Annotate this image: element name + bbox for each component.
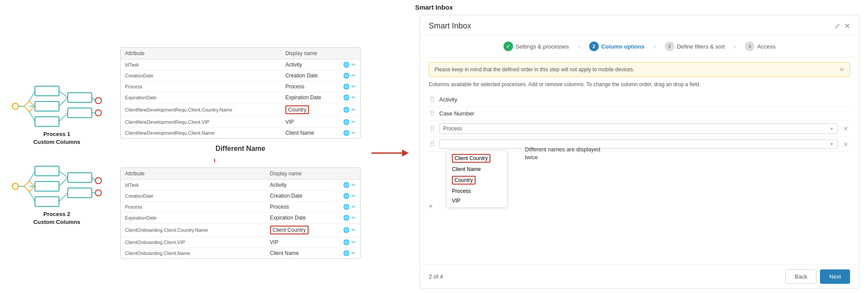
table2-display-6: Client Name🌐✏: [266, 248, 360, 258]
table2-attr-6: ClientOnboarding.Client.Name: [121, 248, 266, 258]
table2-icons-0[interactable]: 🌐✏: [343, 182, 356, 188]
svg-rect-0: [35, 86, 59, 96]
warning-close[interactable]: ✕: [839, 66, 844, 73]
remove-process[interactable]: ✕: [841, 125, 850, 132]
table2-icons-3[interactable]: 🌐✏: [343, 215, 356, 221]
globe-icon: 🌐: [343, 182, 350, 188]
dropdown-option-client-name[interactable]: Client Name: [447, 164, 507, 174]
dropdown-popup: Client Country Client Name Country Proce…: [446, 150, 507, 208]
edit-icon: ✏: [351, 215, 356, 221]
svg-rect-20: [35, 181, 59, 191]
edit-icon: ✏: [351, 73, 356, 79]
table1-row: ClientNewDevelopmentRequ.Client.VIPVIP🌐✏: [121, 116, 360, 127]
dropdown-option-client-country[interactable]: Client Country: [447, 152, 507, 164]
process2-label: Process 2 Custom Columns: [33, 210, 80, 226]
expand-icon[interactable]: ⤢: [834, 22, 840, 30]
add-column-icon[interactable]: +: [429, 202, 433, 210]
process-dropdown-value: Process: [443, 126, 462, 132]
edit-icon: ✏: [351, 130, 356, 136]
table1-icons-3[interactable]: 🌐✏: [343, 94, 356, 101]
table1-attr-4: ClientNewDevelopmentRequ.Client.Country.…: [121, 103, 281, 116]
table1-display-0: Activity🌐✏: [281, 59, 360, 70]
table2-icons-2[interactable]: 🌐✏: [343, 204, 356, 210]
dropdown-option-vip[interactable]: VIP: [447, 196, 507, 206]
table2-attr-1: CreationDate: [121, 190, 266, 201]
step-filters[interactable]: 3 Define filters & sort: [665, 42, 725, 51]
table1-row: ProcessProcess🌐✏: [121, 81, 360, 92]
table2-icons-5[interactable]: 🌐✏: [343, 239, 356, 245]
table2-icons-1[interactable]: 🌐✏: [343, 193, 356, 199]
table2-row: ExpirationDateExpiration Date🌐✏: [121, 212, 360, 223]
table1-display-6: Client Name🌐✏: [281, 127, 360, 138]
process-dropdown[interactable]: Process ▼: [439, 123, 838, 134]
table2-row: ClientOnboarding.Client.NameClient Name🌐…: [121, 248, 360, 258]
panel-title: Smart Inbox: [429, 21, 471, 31]
panel-body: Please keep in mind that the defined ord…: [420, 58, 859, 265]
edit-icon: ✏: [351, 250, 356, 256]
step2-label: Column options: [601, 43, 645, 50]
drag-handle-empty[interactable]: ⠿: [429, 140, 436, 148]
globe-icon: 🌐: [343, 107, 350, 113]
table1-icons-4[interactable]: 🌐✏: [343, 107, 356, 113]
different-name-label: Different Name: [120, 145, 361, 153]
step-settings[interactable]: ✓ Settings & processes: [503, 42, 569, 51]
table2-row: IdTaskActivity🌐✏: [121, 179, 360, 190]
table1-row: IdTaskActivity🌐✏: [121, 59, 360, 70]
table2-icons-4[interactable]: 🌐✏: [343, 227, 356, 233]
table1-attr-5: ClientNewDevelopmentRequ.Client.VIP: [121, 116, 281, 127]
table1-col1-header: Attribute: [121, 48, 281, 59]
remove-empty[interactable]: ✕: [841, 141, 850, 148]
table1-icons-5[interactable]: 🌐✏: [343, 119, 356, 125]
close-icon[interactable]: ✕: [844, 22, 850, 30]
table2-display-1: Creation Date🌐✏: [266, 190, 360, 201]
table1-display-5: VIP🌐✏: [281, 116, 360, 127]
svg-line-33: [92, 178, 95, 181]
table1-attr-0: IdTask: [121, 59, 281, 70]
svg-line-31: [59, 178, 68, 186]
empty-dropdown[interactable]: ▼: [439, 140, 838, 149]
step-access[interactable]: 4 Access: [745, 42, 775, 51]
globe-icon: 🌐: [343, 119, 350, 125]
process2-svg: [11, 160, 103, 208]
step-columns[interactable]: 2 Column options: [589, 42, 645, 51]
panel-header: Smart Inbox ⤢ ✕: [420, 15, 859, 35]
table2-attr-2: Process: [121, 201, 266, 212]
table1: Attribute Display name IdTaskActivity🌐✏C…: [121, 48, 360, 138]
dropdown-arrow-empty: ▼: [830, 142, 834, 146]
edit-icon: ✏: [351, 94, 356, 101]
next-button[interactable]: Next: [820, 269, 850, 284]
table1-icons-0[interactable]: 🌐✏: [343, 62, 356, 68]
svg-line-30: [59, 171, 68, 178]
svg-point-7: [95, 98, 101, 104]
table2-attr-4: ClientOnboarding.Client.Country.Name: [121, 223, 266, 237]
step4-circle: 4: [745, 42, 754, 51]
dropdown-option-country[interactable]: Country: [447, 174, 507, 186]
table2-icons-6[interactable]: 🌐✏: [343, 250, 356, 256]
table1-icons-1[interactable]: 🌐✏: [343, 73, 356, 79]
svg-line-14: [92, 98, 95, 101]
table2-row: CreationDateCreation Date🌐✏: [121, 190, 360, 201]
svg-rect-19: [35, 166, 59, 176]
drag-handle-activity[interactable]: ⠿: [429, 95, 436, 104]
wizard-steps: ✓ Settings & processes › 2 Column option…: [420, 35, 859, 58]
table1-icons-2[interactable]: 🌐✏: [343, 84, 356, 90]
svg-marker-39: [402, 150, 409, 157]
drag-handle-casenumber[interactable]: ⠿: [429, 109, 436, 118]
table1-row: ClientNewDevelopmentRequ.Client.Country.…: [121, 103, 360, 116]
arrow-section: [367, 13, 411, 293]
table1-col2-header: Display name: [281, 48, 360, 59]
drag-handle-process[interactable]: ⠿: [429, 125, 436, 133]
globe-icon: 🌐: [343, 73, 350, 79]
process1-label: Process 1 Custom Columns: [33, 130, 80, 146]
back-button[interactable]: Back: [785, 269, 816, 284]
table1-icons-6[interactable]: 🌐✏: [343, 130, 356, 136]
table1-row: ExpirationDateExpiration Date🌐✏: [121, 92, 360, 103]
col-activity: ⠿ Activity: [429, 93, 850, 107]
svg-line-36: [29, 192, 35, 202]
svg-point-8: [95, 110, 101, 116]
svg-line-11: [59, 91, 68, 98]
dropdown-option-process[interactable]: Process: [447, 186, 507, 196]
table2-attr-3: ExpirationDate: [121, 212, 266, 223]
svg-rect-3: [68, 93, 92, 102]
page-title: Smart Inbox: [415, 3, 453, 11]
